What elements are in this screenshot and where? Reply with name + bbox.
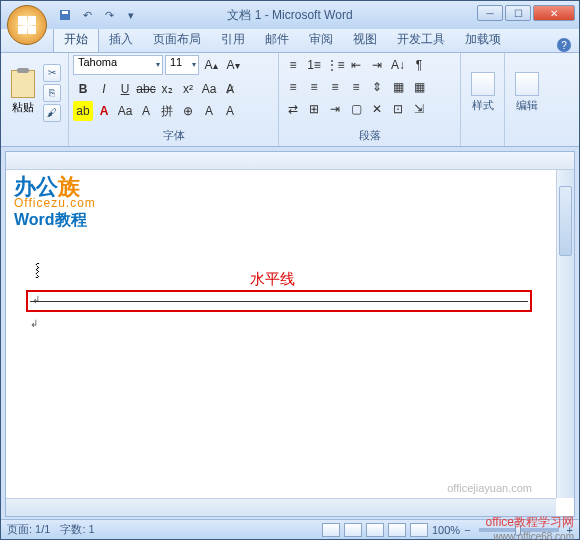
highlight-button[interactable]: ab — [73, 101, 93, 121]
external-watermark: office教程学习网 www.office68.com — [486, 514, 574, 542]
increase-indent-button[interactable]: ⇥ — [367, 55, 387, 75]
grow-font-icon[interactable]: A▴ — [201, 55, 221, 75]
enclose-button[interactable]: ⊕ — [178, 101, 198, 121]
scrollbar-thumb[interactable] — [559, 186, 572, 256]
justify-button[interactable]: ≡ — [346, 77, 366, 97]
clipboard-icon — [11, 70, 35, 98]
superscript-button[interactable]: x² — [178, 79, 198, 99]
horizontal-line — [30, 301, 528, 302]
find-icon — [515, 72, 539, 96]
paragraph-mark-icon: ↲ — [32, 294, 40, 305]
multilevel-button[interactable]: ⋮≡ — [325, 55, 345, 75]
sort-button[interactable]: A↓ — [388, 55, 408, 75]
clear-format-button[interactable]: A̷ — [220, 79, 240, 99]
titlebar: ↶ ↷ ▾ 文档 1 - Microsoft Word ─ ☐ ✕ — [1, 1, 579, 29]
shading-button[interactable]: ▦ — [388, 77, 408, 97]
app-window: ↶ ↷ ▾ 文档 1 - Microsoft Word ─ ☐ ✕ 开始 插入 … — [0, 0, 580, 540]
copy-icon[interactable]: ⎘ — [43, 84, 61, 102]
change-case-button[interactable]: Aa — [199, 79, 219, 99]
maximize-button[interactable]: ☐ — [505, 5, 531, 21]
view-fullscreen-icon[interactable] — [344, 523, 362, 537]
redo-icon[interactable]: ↷ — [101, 7, 117, 23]
clipboard-group-label — [5, 130, 64, 144]
phonetic-button[interactable]: 拼 — [157, 101, 177, 121]
tab-review[interactable]: 审阅 — [299, 27, 343, 52]
tab-insert[interactable]: 插入 — [99, 27, 143, 52]
qat-more-icon[interactable]: ▾ — [123, 7, 139, 23]
para-border-button[interactable]: ▢ — [346, 99, 366, 119]
para-ext1-button[interactable]: ✕ — [367, 99, 387, 119]
para-ext2-button[interactable]: ⊡ — [388, 99, 408, 119]
zoom-level[interactable]: 100% — [432, 524, 460, 536]
horizontal-scrollbar[interactable] — [6, 498, 556, 516]
horizontal-ruler[interactable] — [6, 152, 574, 170]
format-painter-icon[interactable]: 🖌 — [43, 104, 61, 122]
tab-view[interactable]: 视图 — [343, 27, 387, 52]
svg-rect-1 — [62, 11, 68, 14]
line-spacing-button[interactable]: ⇕ — [367, 77, 387, 97]
undo-icon[interactable]: ↶ — [79, 7, 95, 23]
font-color-button[interactable]: A — [94, 101, 114, 121]
view-print-layout-icon[interactable] — [322, 523, 340, 537]
ribbon-tabs: 开始 插入 页面布局 引用 邮件 审阅 视图 开发工具 加载项 ? — [1, 29, 579, 53]
tabs-dialog-button[interactable]: ⇥ — [325, 99, 345, 119]
strike-button[interactable]: abc — [136, 79, 156, 99]
show-marks-button[interactable]: ¶ — [409, 55, 429, 75]
borders-button[interactable]: ▦ — [409, 77, 429, 97]
tab-addins[interactable]: 加载项 — [455, 27, 511, 52]
font-size-select[interactable]: 11▾ — [165, 55, 199, 75]
quick-access-toolbar: ↶ ↷ ▾ — [57, 7, 139, 23]
bullets-button[interactable]: ≡ — [283, 55, 303, 75]
text-direction-button[interactable]: ⇄ — [283, 99, 303, 119]
view-draft-icon[interactable] — [410, 523, 428, 537]
snap-grid-button[interactable]: ⊞ — [304, 99, 324, 119]
char-shading-button[interactable]: Aa — [115, 101, 135, 121]
watermark-url: officejiayuan.com — [447, 482, 532, 494]
align-left-button[interactable]: ≡ — [283, 77, 303, 97]
zoom-out-button[interactable]: − — [464, 524, 470, 536]
view-outline-icon[interactable] — [388, 523, 406, 537]
align-center-button[interactable]: ≡ — [304, 77, 324, 97]
tab-mail[interactable]: 邮件 — [255, 27, 299, 52]
font-group-label: 字体 — [73, 127, 274, 144]
paragraph-mark-icon: ↲ — [30, 318, 38, 329]
italic-button[interactable]: I — [94, 79, 114, 99]
font-name-select[interactable]: Tahoma▾ — [73, 55, 163, 75]
office-button[interactable] — [7, 5, 47, 45]
styles-button[interactable]: 样式 — [465, 55, 500, 130]
editing-group-label — [509, 130, 545, 144]
styles-group-label — [465, 130, 500, 144]
minimize-button[interactable]: ─ — [477, 5, 503, 21]
close-button[interactable]: ✕ — [533, 5, 575, 21]
tab-home[interactable]: 开始 — [53, 26, 99, 52]
vertical-scrollbar[interactable] — [556, 170, 574, 498]
help-icon[interactable]: ? — [557, 38, 571, 52]
cut-icon[interactable]: ✂ — [43, 64, 61, 82]
collapse-font-icon[interactable]: A — [220, 101, 240, 121]
tab-layout[interactable]: 页面布局 — [143, 27, 211, 52]
decrease-indent-button[interactable]: ⇤ — [346, 55, 366, 75]
document-area: 办公族 Officezu.com Word教程 ⸾ 水平线 ↲ ↲ office… — [5, 151, 575, 517]
annotation-label: 水平线 — [6, 270, 538, 289]
underline-button[interactable]: U — [115, 79, 135, 99]
char-border-button[interactable]: A — [136, 101, 156, 121]
save-icon[interactable] — [57, 7, 73, 23]
status-words[interactable]: 字数: 1 — [60, 522, 94, 537]
status-page[interactable]: 页面: 1/1 — [7, 522, 50, 537]
editing-button[interactable]: 编辑 — [509, 55, 545, 130]
paste-label: 粘贴 — [12, 100, 34, 115]
para-ext3-button[interactable]: ⇲ — [409, 99, 429, 119]
document-page[interactable]: 办公族 Officezu.com Word教程 ⸾ 水平线 ↲ ↲ office… — [6, 170, 556, 498]
bold-button[interactable]: B — [73, 79, 93, 99]
tab-references[interactable]: 引用 — [211, 27, 255, 52]
numbering-button[interactable]: 1≡ — [304, 55, 324, 75]
align-right-button[interactable]: ≡ — [325, 77, 345, 97]
subscript-button[interactable]: x₂ — [157, 79, 177, 99]
watermark-tutorial: Word教程 — [14, 210, 87, 231]
shrink-font-icon[interactable]: A▾ — [223, 55, 243, 75]
tab-developer[interactable]: 开发工具 — [387, 27, 455, 52]
view-web-icon[interactable] — [366, 523, 384, 537]
paste-button[interactable]: 粘贴 — [5, 55, 41, 130]
annotation-box: ↲ — [26, 290, 532, 312]
expand-font-icon[interactable]: A — [199, 101, 219, 121]
